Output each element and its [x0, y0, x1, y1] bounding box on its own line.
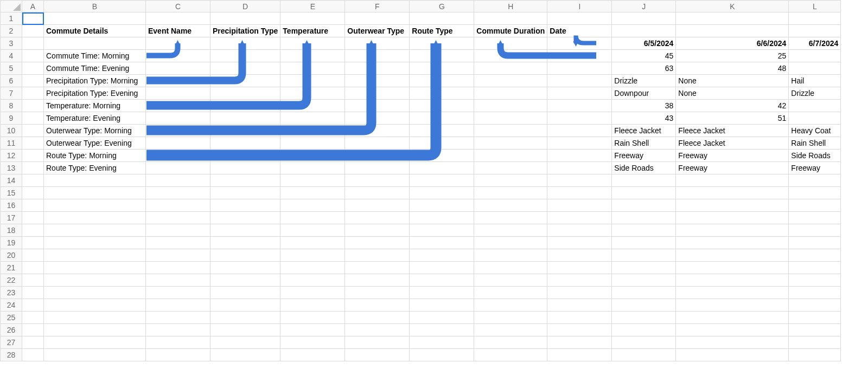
cell[interactable] — [146, 212, 210, 224]
cell[interactable] — [210, 187, 280, 199]
cell[interactable] — [345, 12, 410, 25]
data-cell[interactable]: 48 — [676, 62, 789, 75]
cell[interactable] — [22, 125, 44, 137]
cell[interactable] — [210, 336, 280, 349]
cell[interactable] — [547, 336, 612, 349]
cell[interactable] — [474, 125, 547, 137]
cell[interactable] — [474, 224, 547, 237]
row-label[interactable]: Outerwear Type: Evening — [44, 137, 146, 150]
cell[interactable] — [676, 287, 789, 299]
cell[interactable] — [410, 249, 474, 262]
cell[interactable] — [547, 87, 612, 100]
cell[interactable] — [345, 112, 410, 125]
col-header[interactable]: D — [210, 1, 280, 12]
row-header[interactable]: 7 — [1, 87, 22, 100]
cell[interactable] — [146, 162, 210, 174]
cell[interactable] — [44, 224, 146, 237]
cell[interactable] — [210, 62, 280, 75]
cell[interactable] — [146, 262, 210, 274]
cell[interactable] — [210, 237, 280, 249]
data-cell[interactable]: None — [676, 87, 789, 100]
row-header[interactable]: 13 — [1, 162, 22, 174]
cell[interactable] — [345, 75, 410, 87]
cell[interactable] — [210, 199, 280, 212]
cell[interactable] — [22, 150, 44, 162]
cell[interactable] — [547, 150, 612, 162]
data-cell[interactable]: Side Roads — [612, 162, 676, 174]
field-header[interactable]: Date — [547, 25, 612, 37]
cell[interactable] — [280, 249, 345, 262]
cell[interactable] — [676, 299, 789, 312]
row-label[interactable]: Temperature: Morning — [44, 100, 146, 112]
cell[interactable] — [676, 224, 789, 237]
cell[interactable] — [474, 150, 547, 162]
row-header[interactable]: 16 — [1, 199, 22, 212]
data-cell[interactable]: 25 — [676, 50, 789, 62]
cell[interactable] — [547, 262, 612, 274]
cell[interactable] — [210, 100, 280, 112]
cell[interactable] — [22, 50, 44, 62]
cell[interactable] — [22, 87, 44, 100]
row-header[interactable]: 19 — [1, 237, 22, 249]
cell[interactable] — [22, 274, 44, 287]
cell[interactable] — [146, 112, 210, 125]
cell[interactable] — [547, 162, 612, 174]
cell[interactable] — [22, 187, 44, 199]
column-header-row[interactable]: A B C D E F G H I J K L — [1, 1, 841, 12]
data-cell[interactable]: Fleece Jacket — [676, 137, 789, 150]
row-header[interactable]: 1 — [1, 12, 22, 25]
row-header[interactable]: 23 — [1, 287, 22, 299]
cell[interactable] — [345, 336, 410, 349]
cell[interactable] — [474, 274, 547, 287]
row-header[interactable]: 8 — [1, 100, 22, 112]
cell[interactable] — [280, 212, 345, 224]
cell[interactable] — [410, 12, 474, 25]
cell[interactable] — [146, 50, 210, 62]
col-header[interactable]: E — [280, 1, 345, 12]
row-header[interactable]: 21 — [1, 262, 22, 274]
cell[interactable] — [789, 187, 841, 199]
cell[interactable] — [22, 312, 44, 324]
cell[interactable] — [345, 187, 410, 199]
cell[interactable] — [547, 212, 612, 224]
cell[interactable] — [547, 249, 612, 262]
cell[interactable] — [547, 125, 612, 137]
cell[interactable] — [345, 274, 410, 287]
cell[interactable] — [410, 274, 474, 287]
cell[interactable] — [280, 274, 345, 287]
cell[interactable] — [280, 75, 345, 87]
cell[interactable] — [146, 274, 210, 287]
field-header[interactable]: Temperature — [280, 25, 345, 37]
cell[interactable] — [612, 174, 676, 187]
cell[interactable] — [210, 324, 280, 336]
cell[interactable] — [410, 50, 474, 62]
cell[interactable] — [410, 87, 474, 100]
cell[interactable] — [410, 75, 474, 87]
cell[interactable] — [789, 299, 841, 312]
cell[interactable] — [612, 12, 676, 25]
cell[interactable] — [44, 336, 146, 349]
cell[interactable] — [146, 349, 210, 361]
cell[interactable] — [345, 262, 410, 274]
cell[interactable] — [146, 87, 210, 100]
row-label[interactable]: Precipitation Type: Evening — [44, 87, 146, 100]
row-label[interactable]: Commute Time: Evening — [44, 62, 146, 75]
cell[interactable] — [210, 112, 280, 125]
cell[interactable] — [676, 336, 789, 349]
cell[interactable] — [410, 37, 474, 50]
field-header[interactable]: Commute Details — [44, 25, 146, 37]
cell[interactable] — [280, 50, 345, 62]
cell[interactable] — [612, 224, 676, 237]
data-cell[interactable]: Freeway — [676, 162, 789, 174]
cell[interactable] — [789, 324, 841, 336]
cell[interactable] — [22, 75, 44, 87]
cell[interactable] — [280, 287, 345, 299]
cell[interactable] — [474, 112, 547, 125]
row-header[interactable]: 5 — [1, 62, 22, 75]
cell[interactable] — [547, 174, 612, 187]
col-header[interactable]: B — [44, 1, 146, 12]
cell[interactable] — [146, 249, 210, 262]
cell[interactable] — [210, 37, 280, 50]
cell[interactable] — [474, 162, 547, 174]
cell[interactable] — [410, 150, 474, 162]
